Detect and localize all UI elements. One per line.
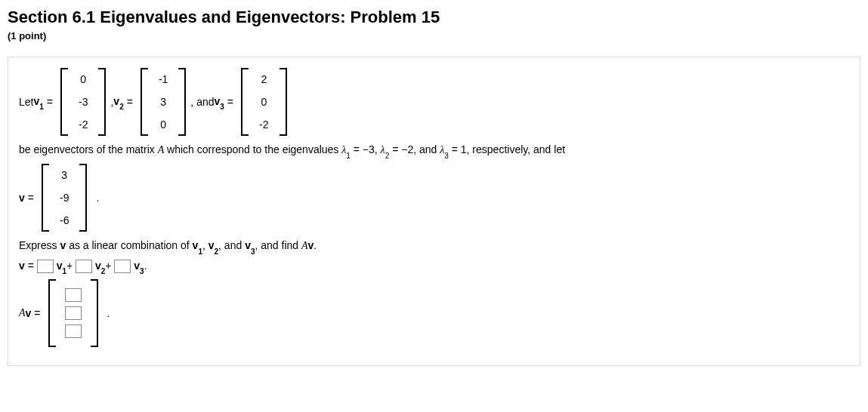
- v3-2: -2: [259, 119, 268, 130]
- v-symbol-2: v: [26, 307, 32, 319]
- v1-symbol: v1: [33, 95, 43, 109]
- av-row: Av = .: [19, 279, 849, 347]
- text: Let: [19, 96, 33, 108]
- vectors-definition-row: Let v1 = 0 -3 -2 , v2 = -1 3 0: [19, 68, 849, 136]
- av-1-input[interactable]: [65, 306, 82, 320]
- vector-v2: -1 3 0: [141, 68, 186, 136]
- v3-1: 0: [259, 97, 268, 107]
- A-symbol: A: [19, 307, 26, 319]
- let-label: Let v1 =: [19, 95, 56, 109]
- points-label: (1 point): [8, 30, 860, 42]
- coeff-v1-input[interactable]: [37, 260, 54, 273]
- vector-v3: 2 0 -2: [241, 68, 286, 136]
- period: .: [96, 192, 99, 204]
- eigenvalue-sentence: be eigenvectors of the matrix A which co…: [19, 143, 849, 158]
- v2-2: 0: [159, 119, 168, 130]
- v3-label: , and v3 =: [190, 95, 236, 109]
- v2-1: 3: [159, 97, 168, 107]
- v-0: 3: [60, 170, 69, 180]
- vector-v1: 0 -3 -2: [60, 68, 106, 136]
- v-1: -9: [60, 192, 69, 203]
- equals: =: [44, 96, 56, 108]
- coeff-v2-input[interactable]: [76, 260, 92, 273]
- v-2: -6: [60, 215, 69, 226]
- v1-1: -3: [79, 97, 88, 107]
- v2-0: -1: [159, 74, 168, 85]
- period-2: .: [107, 307, 110, 319]
- v-definition-row: v = 3 -9 -6 .: [19, 164, 849, 232]
- coeff-v3-input[interactable]: [114, 260, 131, 273]
- v2-label: , v2 =: [110, 95, 135, 109]
- problem-body: Let v1 = 0 -3 -2 , v2 = -1 3 0: [8, 57, 860, 366]
- vector-v: 3 -9 -6: [42, 164, 87, 232]
- page-title: Section 6.1 Eigenvalues and Eigenvectors…: [8, 8, 860, 27]
- v1-0: 0: [79, 74, 88, 85]
- express-sentence: Express v as a linear combination of v1,…: [19, 239, 849, 254]
- av-0-input[interactable]: [65, 288, 82, 302]
- v1-2: -2: [79, 119, 88, 130]
- vector-av-inputs: [48, 279, 98, 347]
- linear-combination-row: v = v1+ v2+ v3.: [19, 260, 849, 274]
- av-2-input[interactable]: [65, 324, 82, 338]
- v3-0: 2: [259, 74, 268, 85]
- v-symbol: v: [19, 192, 25, 204]
